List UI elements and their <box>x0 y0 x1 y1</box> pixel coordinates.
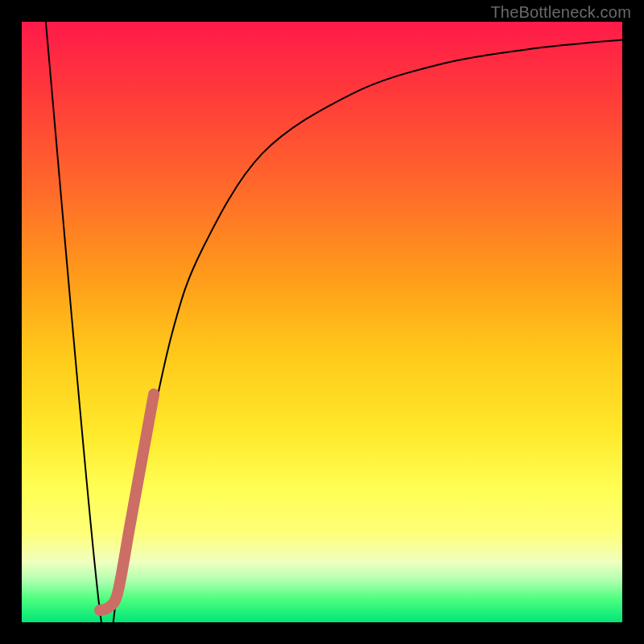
chart-frame: TheBottleneck.com <box>0 0 644 644</box>
chart-svg <box>22 22 622 622</box>
highlight-segment <box>100 394 154 611</box>
plot-area <box>22 22 622 622</box>
attribution-label: TheBottleneck.com <box>490 3 631 22</box>
